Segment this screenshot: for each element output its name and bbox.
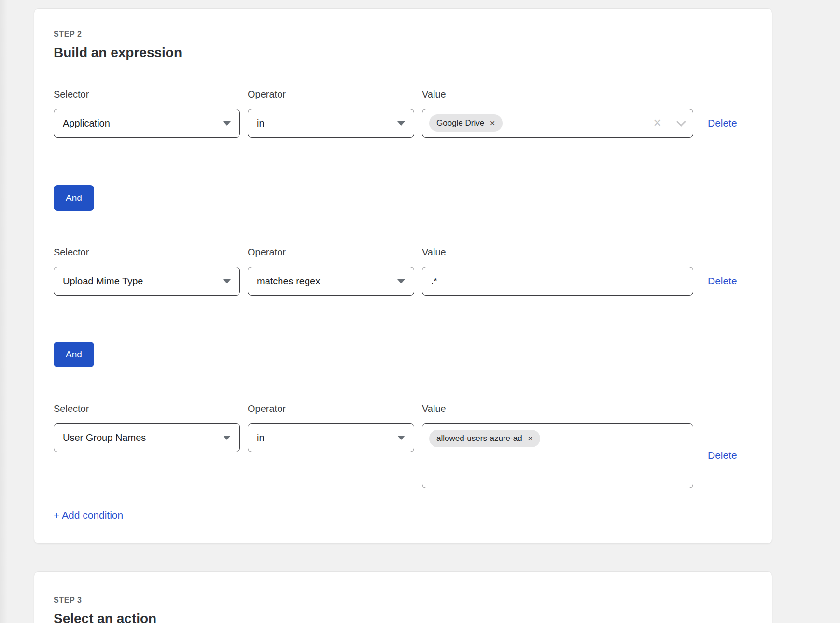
selector-label: Selector xyxy=(54,246,240,258)
selector-label: Selector xyxy=(54,88,240,100)
operator-label: Operator xyxy=(248,246,414,258)
delete-condition-link[interactable]: Delete xyxy=(708,117,737,128)
value-tag-text: Google Drive xyxy=(436,118,484,128)
chevron-down-icon xyxy=(223,436,231,440)
delete-condition-link[interactable]: Delete xyxy=(708,450,737,461)
value-label: Value xyxy=(422,88,693,100)
and-button[interactable]: And xyxy=(54,342,94,367)
delete-condition-link[interactable]: Delete xyxy=(708,275,737,286)
operator-dropdown[interactable]: in xyxy=(248,423,414,452)
select-action-card: STEP 3 Select an action xyxy=(34,571,772,623)
add-condition-link[interactable]: + Add condition xyxy=(54,510,123,521)
operator-value: in xyxy=(257,432,265,443)
chevron-down-icon xyxy=(223,279,231,283)
build-expression-title: Build an expression xyxy=(54,45,753,60)
selector-value: Application xyxy=(63,118,110,129)
operator-value: in xyxy=(257,118,265,129)
condition-row-1: Selector Application Operator in Value G… xyxy=(54,88,753,138)
operator-label: Operator xyxy=(248,88,414,100)
value-label: Value xyxy=(422,246,693,258)
value-multiselect[interactable]: Google Drive ✕ ✕ xyxy=(422,109,693,138)
value-text-input[interactable] xyxy=(429,267,686,295)
operator-dropdown[interactable]: in xyxy=(248,109,414,138)
value-label: Value xyxy=(422,403,693,414)
value-tag: Google Drive ✕ xyxy=(429,114,503,132)
chevron-down-icon xyxy=(397,279,405,283)
selector-label: Selector xyxy=(54,403,240,414)
selector-dropdown[interactable]: User Group Names xyxy=(54,423,240,452)
chevron-down-icon[interactable] xyxy=(676,117,686,127)
chevron-down-icon xyxy=(397,436,405,440)
selector-value: Upload Mime Type xyxy=(63,276,143,287)
value-tag-text: allowed-users-azure-ad xyxy=(436,434,522,443)
tag-remove-icon[interactable]: ✕ xyxy=(490,120,495,127)
operator-dropdown[interactable]: matches regex xyxy=(248,267,414,296)
value-multiselect[interactable]: allowed-users-azure-ad ✕ xyxy=(422,423,693,488)
clear-icon[interactable]: ✕ xyxy=(653,118,662,128)
selector-dropdown[interactable]: Upload Mime Type xyxy=(54,267,240,296)
value-input-wrap xyxy=(422,267,693,296)
selector-value: User Group Names xyxy=(63,432,146,443)
operator-label: Operator xyxy=(248,403,414,414)
chevron-down-icon xyxy=(397,121,405,126)
tag-remove-icon[interactable]: ✕ xyxy=(528,435,533,442)
build-expression-card: STEP 2 Build an expression Selector Appl… xyxy=(34,8,772,544)
chevron-down-icon xyxy=(223,121,231,126)
condition-row-2: Selector Upload Mime Type Operator match… xyxy=(54,246,753,296)
and-button[interactable]: And xyxy=(54,185,94,211)
value-tag: allowed-users-azure-ad ✕ xyxy=(429,430,540,447)
select-action-title: Select an action xyxy=(54,611,753,623)
operator-value: matches regex xyxy=(257,276,320,287)
selector-dropdown[interactable]: Application xyxy=(54,109,240,138)
step-2-label: STEP 2 xyxy=(54,30,753,39)
step-3-label: STEP 3 xyxy=(54,596,753,605)
condition-row-3: Selector User Group Names Operator in Va… xyxy=(54,403,753,488)
